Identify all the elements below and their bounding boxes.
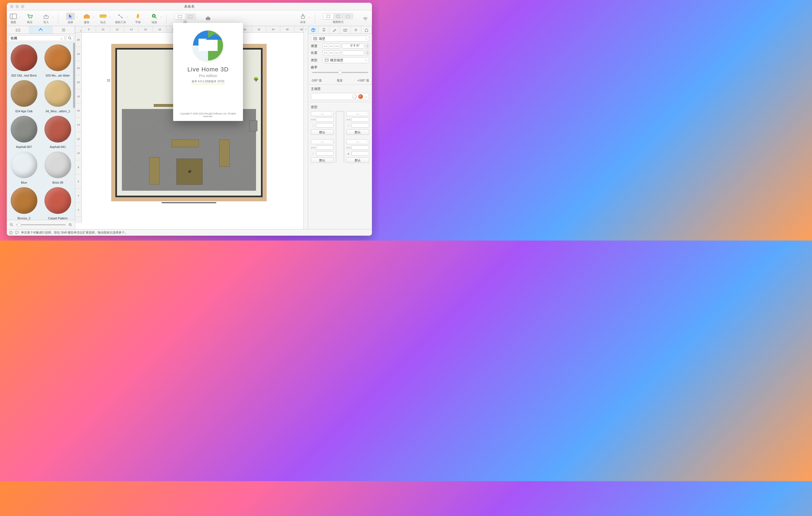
zoom-out-icon[interactable]	[9, 223, 13, 227]
guides-icon[interactable]	[9, 231, 13, 235]
about-subtitle: Pro edition	[199, 73, 217, 78]
shape-h-input[interactable]	[316, 123, 334, 127]
shape-bot-right-dd[interactable]: —	[346, 139, 369, 144]
length-stepper[interactable]: ▲▼	[366, 51, 369, 55]
toolbar-aux[interactable]: ⌄ 辅助工具	[115, 13, 126, 24]
info-strip[interactable]: i	[303, 26, 308, 229]
material-swatch	[11, 80, 37, 107]
shape-w-input-4[interactable]	[351, 146, 369, 150]
mode-2d-icon[interactable]	[175, 14, 185, 19]
material-item[interactable]: Brick 09	[42, 151, 74, 186]
about-title: Live Home 3D	[187, 66, 229, 73]
length-align[interactable]: ⟷⟷⟷	[322, 51, 340, 55]
width-icon: ⟷	[346, 146, 351, 149]
material-item[interactable]: 34_Woo...attern_1	[42, 80, 74, 115]
curvature-slider[interactable]	[312, 72, 368, 73]
length-input[interactable]	[342, 51, 364, 55]
tab-outline[interactable]	[52, 26, 75, 33]
mode-3d-icon[interactable]	[185, 14, 196, 19]
shape-h-input-2[interactable]	[316, 151, 334, 156]
left-panel: 收藏 002 Old...ked Brick020 Mo...ain Alder…	[7, 26, 75, 229]
tab-paint[interactable]	[319, 26, 329, 33]
close-window-button[interactable]	[10, 5, 13, 8]
wall-type-dropdown[interactable]: 楼层墙壁	[322, 57, 369, 63]
wall-type-icon	[313, 37, 317, 40]
zoom-in-icon[interactable]	[68, 223, 72, 227]
material-category-dropdown[interactable]: 收藏	[8, 35, 65, 41]
toolbar-view[interactable]: ⌄ 视图	[9, 13, 18, 24]
chat-icon[interactable]	[15, 231, 19, 235]
shape-w-input[interactable]	[316, 117, 334, 122]
thickness-align[interactable]: ⟷⟷⟷	[322, 43, 340, 49]
svg-rect-17	[188, 15, 192, 18]
brush-icon	[322, 28, 326, 32]
material-grid[interactable]: 002 Old...ked Brick020 Mo...ain Alder024…	[7, 43, 75, 220]
material-label: Carpet Pattern	[44, 215, 71, 220]
camera-icon	[343, 28, 347, 32]
material-swatch	[45, 187, 71, 214]
thickness-input[interactable]: 0' 9 ⅞"	[342, 43, 364, 49]
tab-object[interactable]	[308, 26, 319, 33]
color-swatch-white	[352, 94, 357, 99]
import-icon	[43, 13, 49, 19]
tab-materials[interactable]	[29, 26, 52, 33]
material-search-button[interactable]	[66, 35, 74, 41]
toolbar-build[interactable]: ⌄ 建筑	[82, 13, 91, 24]
shape-h-input-3[interactable]	[351, 123, 369, 127]
ruler-corner: ft	[75, 26, 82, 33]
tab-house[interactable]	[361, 26, 372, 33]
toolbar-gem[interactable]	[361, 15, 370, 22]
dimension-label: 22	[106, 79, 111, 82]
material-item[interactable]: 024 Age Oak	[8, 80, 39, 115]
view-3d-icon[interactable]	[343, 13, 353, 19]
shape-top-left-dd[interactable]: —	[311, 111, 334, 116]
toolbar-share[interactable]: ⌄ 共享	[298, 13, 307, 24]
view-split-icon[interactable]	[333, 13, 343, 19]
default-btn-3[interactable]: 默认	[346, 129, 369, 135]
shape-h-input-4[interactable]	[351, 151, 369, 156]
main-wall-label: 主墙壁	[311, 87, 369, 91]
material-scrollbar[interactable]	[73, 43, 75, 108]
sofa-icon	[16, 28, 21, 32]
material-item[interactable]: Blue	[8, 151, 39, 186]
material-item[interactable]: Asphalt-041	[42, 116, 74, 150]
thumbnail-zoom-slider[interactable]	[16, 224, 66, 225]
material-item[interactable]: Asphalt-007	[8, 116, 39, 150]
shape-w-input-2[interactable]	[316, 146, 334, 150]
toolbar-viewmode[interactable]: 视图模式	[323, 13, 353, 24]
material-item[interactable]: 002 Old...ked Brick	[8, 44, 39, 79]
minimize-window-button[interactable]	[16, 5, 19, 8]
default-btn-4[interactable]: 默认	[346, 157, 369, 163]
wall-color-dropdown[interactable]	[311, 93, 369, 100]
thickness-stepper[interactable]: ▲▼	[366, 43, 369, 49]
toolbar-shop[interactable]: 商店	[25, 13, 34, 24]
tab-light[interactable]	[351, 26, 361, 33]
shape-top-right-dd[interactable]: —	[346, 111, 369, 116]
material-swatch	[11, 44, 37, 71]
material-item[interactable]: 020 Mo...ain Alder	[42, 44, 74, 79]
svg-rect-49	[314, 37, 317, 40]
shape-w-input-3[interactable]	[351, 117, 369, 122]
material-item[interactable]: Carpet Pattern	[42, 187, 74, 220]
about-version: 版本 4.9.2 (内部版本 1570)	[192, 80, 224, 84]
view-plan-icon[interactable]	[323, 13, 333, 19]
tab-furniture[interactable]	[7, 26, 29, 33]
toolbar-import[interactable]: ⌄ 导入	[42, 13, 51, 24]
material-item[interactable]: Bronze_2	[8, 187, 39, 220]
toolbar-print[interactable]	[204, 15, 212, 22]
zoom-window-button[interactable]	[21, 5, 24, 8]
toolbar-2d3d[interactable]: 2D	[174, 13, 196, 24]
default-btn-2[interactable]: 默认	[311, 157, 334, 163]
toolbar-station[interactable]: ⌄ 站点	[99, 13, 108, 24]
default-btn-1[interactable]: 默认	[311, 129, 334, 135]
toolbar-pan[interactable]: 平移	[134, 13, 142, 24]
curvature-label: 曲率	[311, 65, 369, 70]
shape-bot-left-dd[interactable]: —	[311, 139, 334, 144]
object-type-dropdown[interactable]: 墙壁	[311, 36, 369, 42]
toolbar-zoom[interactable]: ⌄ 缩放	[150, 13, 159, 24]
shape-label: 造型	[311, 105, 369, 110]
toolbar-select[interactable]: ⌄ 选择	[66, 13, 75, 24]
tab-edit[interactable]	[329, 26, 340, 33]
material-swatch	[45, 116, 71, 143]
tab-camera[interactable]	[340, 26, 351, 33]
